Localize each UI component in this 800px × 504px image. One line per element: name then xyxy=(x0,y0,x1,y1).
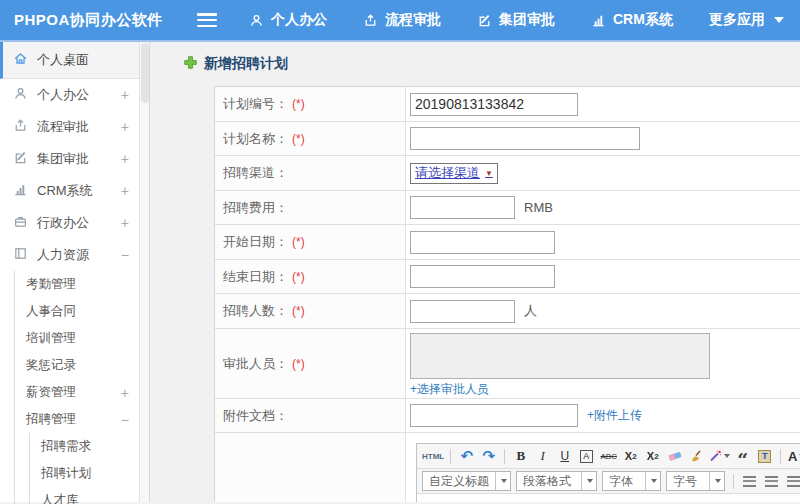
font-size-dropdown[interactable]: 字号 xyxy=(666,471,725,491)
nav-personal-office[interactable]: 个人办公 xyxy=(249,11,327,29)
sidebar-item-label: 人力资源 xyxy=(37,246,89,264)
unit-suffix: RMB xyxy=(524,200,553,215)
sidebar-subitem-training[interactable]: 培训管理 xyxy=(15,325,149,352)
select-approvers-link[interactable]: +选择审批人员 xyxy=(410,381,489,398)
field-label: 审批人员： (*) xyxy=(215,329,406,398)
cost-input[interactable] xyxy=(410,196,515,219)
subitem-label: 人事合同 xyxy=(26,303,76,320)
label-text: 审批人员： xyxy=(223,355,288,373)
sidebar-subitem-attendance[interactable]: 考勤管理 xyxy=(15,271,149,298)
required-marker: (*) xyxy=(292,304,305,318)
nav-workflow-approval[interactable]: 流程审批 xyxy=(363,11,441,29)
sidebar-item-human-resources[interactable]: 人力资源 − xyxy=(0,239,149,271)
toolbar-separator xyxy=(733,474,734,489)
sidebar-item-label: 集团审批 xyxy=(37,150,89,168)
field-label: 结束日期： (*) xyxy=(215,260,406,293)
start-date-input[interactable] xyxy=(410,231,555,254)
label-text: 计划编号： xyxy=(223,95,288,113)
sidebar-item-admin-office[interactable]: 行政办公 + xyxy=(0,207,149,239)
sidebar-scrollbar[interactable] xyxy=(139,42,149,502)
eraser-icon[interactable] xyxy=(665,446,684,466)
paste-icon[interactable]: T xyxy=(755,446,774,466)
nav-label: 集团审批 xyxy=(499,11,555,29)
form-row-end-date: 结束日期： (*) xyxy=(215,260,800,294)
form-row-attachment: 附件文档： +附件上传 xyxy=(215,399,800,433)
add-plus-icon xyxy=(184,56,197,72)
form-row-channel: 招聘渠道： 请选择渠道 ▼ xyxy=(215,156,800,191)
plan-name-input[interactable] xyxy=(410,127,640,150)
autoformat-wand-icon[interactable] xyxy=(709,446,730,466)
boxed-a-icon: A xyxy=(580,450,593,463)
redo-icon[interactable]: ↷ xyxy=(479,446,498,466)
flow-icon xyxy=(13,118,28,136)
italic-button[interactable]: I xyxy=(533,446,552,466)
plan-number-input[interactable] xyxy=(410,93,578,116)
html-source-button[interactable]: HTML xyxy=(422,446,444,466)
sidebar-subitem-hr-contract[interactable]: 人事合同 xyxy=(15,298,149,325)
subitem-label: 奖惩记录 xyxy=(26,357,76,374)
blockquote-icon[interactable]: “ xyxy=(733,446,752,466)
approvers-textarea[interactable] xyxy=(410,333,710,379)
required-marker: (*) xyxy=(292,357,305,371)
nav-group-approval[interactable]: 集团审批 xyxy=(477,11,555,29)
subscript-button[interactable]: X2 xyxy=(643,446,662,466)
align-left-icon[interactable] xyxy=(740,471,759,491)
paragraph-format-dropdown[interactable]: 段落格式 xyxy=(516,471,597,491)
page-title: 新增招聘计划 xyxy=(184,55,800,73)
bold-button[interactable]: B xyxy=(511,446,530,466)
label-text: 招聘人数： xyxy=(223,302,288,320)
nav-label: 流程审批 xyxy=(385,11,441,29)
sidebar-item-personal-desktop[interactable]: 个人桌面 xyxy=(0,42,149,79)
form-row-editor: HTML ↶ ↷ B I U A ABC X2 X2 xyxy=(215,433,800,502)
sidebar-item-label: 个人办公 xyxy=(37,86,89,104)
recruitment-plan-form: 计划编号： (*) 计划名称： (*) 招聘渠道： xyxy=(214,86,800,502)
nav-label: 个人办公 xyxy=(271,11,327,29)
field-label: 招聘渠道： xyxy=(215,156,406,190)
sidebar-subitem-talent-pool[interactable]: 人才库 xyxy=(30,487,149,504)
channel-select[interactable]: 请选择渠道 ▼ xyxy=(410,163,498,184)
sidebar-item-group-approval[interactable]: 集团审批 + xyxy=(0,143,149,175)
nav-more-apps[interactable]: 更多应用 xyxy=(709,11,784,29)
sidebar-item-crm-system[interactable]: CRM系统 + xyxy=(0,175,149,207)
toolbar-separator xyxy=(780,449,781,464)
strikethrough-button[interactable]: ABC xyxy=(599,446,618,466)
subitem-label: 薪资管理 xyxy=(26,384,76,401)
field-label: 招聘人数： (*) xyxy=(215,294,406,328)
caret-down-icon xyxy=(724,454,730,458)
sidebar: 个人桌面 个人办公 + 流程审批 + 集团审批 + CRM系统 + 行政办公 + xyxy=(0,42,150,502)
sidebar-subitem-recruitment[interactable]: 招聘管理− xyxy=(15,406,149,433)
attachment-upload-link[interactable]: +附件上传 xyxy=(587,407,642,424)
field-label: 开始日期： (*) xyxy=(215,225,406,259)
align-center-icon[interactable] xyxy=(762,471,781,491)
subitem-label: 考勤管理 xyxy=(26,276,76,293)
align-right-icon[interactable] xyxy=(784,471,800,491)
end-date-input[interactable] xyxy=(410,265,555,288)
editor-content-area[interactable] xyxy=(417,494,800,502)
undo-icon[interactable]: ↶ xyxy=(457,446,476,466)
superscript-button[interactable]: X2 xyxy=(621,446,640,466)
sidebar-subitem-salary[interactable]: 薪资管理+ xyxy=(15,379,149,406)
sidebar-item-label: 流程审批 xyxy=(37,118,89,136)
format-brush-icon[interactable] xyxy=(687,446,706,466)
required-marker: (*) xyxy=(292,97,305,111)
label-text: 附件文档： xyxy=(223,407,288,425)
font-family-dropdown[interactable]: 字体 xyxy=(602,471,661,491)
edit-icon xyxy=(13,150,28,168)
form-row-cost: 招聘费用： RMB xyxy=(215,191,800,225)
sidebar-subitem-recruit-demand[interactable]: 招聘需求 xyxy=(30,433,149,460)
caret-down-icon xyxy=(501,479,507,483)
sidebar-item-workflow-approval[interactable]: 流程审批 + xyxy=(0,111,149,143)
autotypeset-button[interactable]: A xyxy=(577,446,596,466)
headcount-input[interactable] xyxy=(410,300,515,323)
sidebar-item-personal-office[interactable]: 个人办公 + xyxy=(0,79,149,111)
nav-crm-system[interactable]: CRM系统 xyxy=(591,11,673,29)
sidebar-subitem-rewards[interactable]: 奖惩记录 xyxy=(15,352,149,379)
caret-down-icon: ▼ xyxy=(485,169,493,178)
sidebar-subitem-recruit-plan[interactable]: 招聘计划 xyxy=(30,460,149,487)
hamburger-menu-icon[interactable] xyxy=(197,13,217,27)
custom-heading-dropdown[interactable]: 自定义标题 xyxy=(422,471,511,491)
underline-button[interactable]: U xyxy=(555,446,574,466)
label-text: 结束日期： xyxy=(223,268,288,286)
attachment-input[interactable] xyxy=(410,404,578,427)
font-color-button[interactable]: A xyxy=(787,446,800,466)
